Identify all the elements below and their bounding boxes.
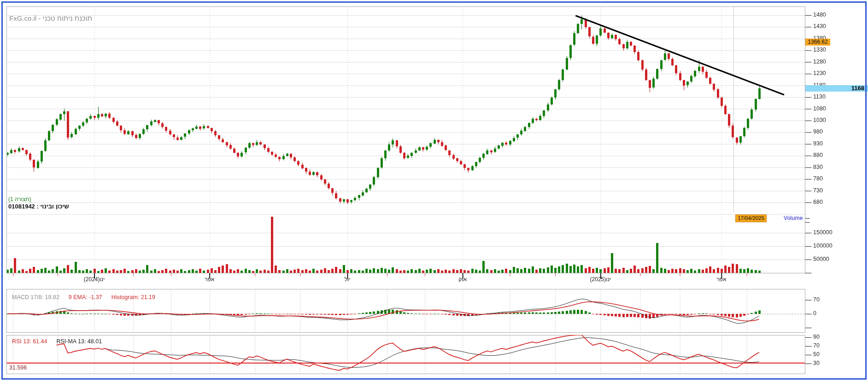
macd-header: MACD 17/8: 19.829 EMA: -1.37Histogram: 2…: [12, 294, 164, 300]
rsi-threshold-label: 31.596: [9, 364, 27, 371]
macd-value-label: MACD 17/8: 19.82: [12, 294, 59, 300]
app-title: FxG.co.il - תוכנת ניתוח טכני: [9, 14, 92, 22]
chart-app: 1480143013801330128012301180113010801030…: [0, 0, 868, 381]
crosshair-date-tag: 17/04/2025: [735, 214, 767, 222]
configuration-label: (תצורה 1): [8, 196, 31, 202]
macd-ema-label: 9 EMA: -1.37: [69, 294, 102, 300]
rsi-ma-label: RSI-MA 13: 48.01: [56, 338, 102, 345]
rsi-value-label: RSI 13: 61.44: [12, 338, 47, 345]
volume-panel-label: Volume: [784, 215, 803, 221]
chart-canvas[interactable]: [0, 0, 868, 381]
macd-histogram-label: Histogram: 21.19: [111, 294, 155, 300]
ma-price-tag: 1366.62: [805, 39, 830, 46]
rsi-header: RSI 13: 61.44RSI-MA 13: 48.01: [12, 338, 111, 345]
last-price-band: 1168: [805, 85, 868, 92]
instrument-label: שיכון ובינוי : 01081942: [8, 203, 69, 210]
